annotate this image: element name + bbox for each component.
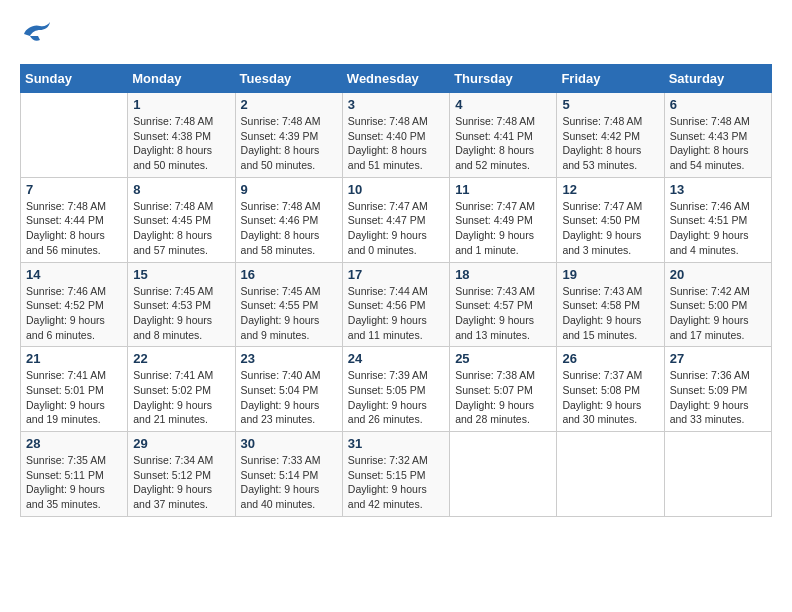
day-number: 3: [348, 97, 444, 112]
calendar-week-row: 14Sunrise: 7:46 AMSunset: 4:52 PMDayligh…: [21, 262, 772, 347]
calendar-cell: [21, 93, 128, 178]
day-number: 19: [562, 267, 658, 282]
page-header: [20, 20, 772, 48]
day-info: Sunrise: 7:44 AMSunset: 4:56 PMDaylight:…: [348, 284, 444, 343]
day-info: Sunrise: 7:34 AMSunset: 5:12 PMDaylight:…: [133, 453, 229, 512]
calendar-cell: 6Sunrise: 7:48 AMSunset: 4:43 PMDaylight…: [664, 93, 771, 178]
calendar-cell: 9Sunrise: 7:48 AMSunset: 4:46 PMDaylight…: [235, 177, 342, 262]
calendar-week-row: 1Sunrise: 7:48 AMSunset: 4:38 PMDaylight…: [21, 93, 772, 178]
calendar-cell: 13Sunrise: 7:46 AMSunset: 4:51 PMDayligh…: [664, 177, 771, 262]
day-of-week-header: Tuesday: [235, 65, 342, 93]
day-info: Sunrise: 7:41 AMSunset: 5:02 PMDaylight:…: [133, 368, 229, 427]
day-number: 18: [455, 267, 551, 282]
calendar-cell: 3Sunrise: 7:48 AMSunset: 4:40 PMDaylight…: [342, 93, 449, 178]
day-number: 6: [670, 97, 766, 112]
day-info: Sunrise: 7:38 AMSunset: 5:07 PMDaylight:…: [455, 368, 551, 427]
calendar-cell: 25Sunrise: 7:38 AMSunset: 5:07 PMDayligh…: [450, 347, 557, 432]
day-number: 26: [562, 351, 658, 366]
calendar-cell: [557, 432, 664, 517]
day-of-week-header: Sunday: [21, 65, 128, 93]
calendar-header-row: SundayMondayTuesdayWednesdayThursdayFrid…: [21, 65, 772, 93]
calendar-cell: 15Sunrise: 7:45 AMSunset: 4:53 PMDayligh…: [128, 262, 235, 347]
calendar-cell: 2Sunrise: 7:48 AMSunset: 4:39 PMDaylight…: [235, 93, 342, 178]
day-info: Sunrise: 7:37 AMSunset: 5:08 PMDaylight:…: [562, 368, 658, 427]
day-number: 10: [348, 182, 444, 197]
day-number: 24: [348, 351, 444, 366]
day-info: Sunrise: 7:46 AMSunset: 4:51 PMDaylight:…: [670, 199, 766, 258]
logo-bird-icon: [20, 20, 52, 48]
day-number: 29: [133, 436, 229, 451]
day-number: 1: [133, 97, 229, 112]
day-info: Sunrise: 7:46 AMSunset: 4:52 PMDaylight:…: [26, 284, 122, 343]
day-info: Sunrise: 7:48 AMSunset: 4:46 PMDaylight:…: [241, 199, 337, 258]
day-number: 13: [670, 182, 766, 197]
calendar-cell: [664, 432, 771, 517]
day-number: 25: [455, 351, 551, 366]
day-info: Sunrise: 7:47 AMSunset: 4:50 PMDaylight:…: [562, 199, 658, 258]
day-info: Sunrise: 7:48 AMSunset: 4:43 PMDaylight:…: [670, 114, 766, 173]
calendar-cell: 4Sunrise: 7:48 AMSunset: 4:41 PMDaylight…: [450, 93, 557, 178]
calendar-cell: 10Sunrise: 7:47 AMSunset: 4:47 PMDayligh…: [342, 177, 449, 262]
calendar-week-row: 28Sunrise: 7:35 AMSunset: 5:11 PMDayligh…: [21, 432, 772, 517]
day-number: 16: [241, 267, 337, 282]
day-info: Sunrise: 7:32 AMSunset: 5:15 PMDaylight:…: [348, 453, 444, 512]
calendar-cell: 1Sunrise: 7:48 AMSunset: 4:38 PMDaylight…: [128, 93, 235, 178]
day-info: Sunrise: 7:48 AMSunset: 4:39 PMDaylight:…: [241, 114, 337, 173]
day-info: Sunrise: 7:48 AMSunset: 4:38 PMDaylight:…: [133, 114, 229, 173]
day-info: Sunrise: 7:35 AMSunset: 5:11 PMDaylight:…: [26, 453, 122, 512]
calendar-cell: 11Sunrise: 7:47 AMSunset: 4:49 PMDayligh…: [450, 177, 557, 262]
calendar-week-row: 21Sunrise: 7:41 AMSunset: 5:01 PMDayligh…: [21, 347, 772, 432]
day-number: 8: [133, 182, 229, 197]
day-info: Sunrise: 7:45 AMSunset: 4:55 PMDaylight:…: [241, 284, 337, 343]
day-info: Sunrise: 7:43 AMSunset: 4:57 PMDaylight:…: [455, 284, 551, 343]
calendar-cell: 5Sunrise: 7:48 AMSunset: 4:42 PMDaylight…: [557, 93, 664, 178]
calendar-cell: 18Sunrise: 7:43 AMSunset: 4:57 PMDayligh…: [450, 262, 557, 347]
day-info: Sunrise: 7:39 AMSunset: 5:05 PMDaylight:…: [348, 368, 444, 427]
day-number: 27: [670, 351, 766, 366]
calendar-cell: 12Sunrise: 7:47 AMSunset: 4:50 PMDayligh…: [557, 177, 664, 262]
day-info: Sunrise: 7:48 AMSunset: 4:45 PMDaylight:…: [133, 199, 229, 258]
day-info: Sunrise: 7:40 AMSunset: 5:04 PMDaylight:…: [241, 368, 337, 427]
calendar-cell: 17Sunrise: 7:44 AMSunset: 4:56 PMDayligh…: [342, 262, 449, 347]
day-of-week-header: Monday: [128, 65, 235, 93]
day-info: Sunrise: 7:47 AMSunset: 4:49 PMDaylight:…: [455, 199, 551, 258]
day-number: 2: [241, 97, 337, 112]
calendar-cell: 28Sunrise: 7:35 AMSunset: 5:11 PMDayligh…: [21, 432, 128, 517]
day-info: Sunrise: 7:36 AMSunset: 5:09 PMDaylight:…: [670, 368, 766, 427]
day-info: Sunrise: 7:45 AMSunset: 4:53 PMDaylight:…: [133, 284, 229, 343]
day-number: 31: [348, 436, 444, 451]
day-number: 12: [562, 182, 658, 197]
calendar-cell: 27Sunrise: 7:36 AMSunset: 5:09 PMDayligh…: [664, 347, 771, 432]
day-number: 30: [241, 436, 337, 451]
day-number: 28: [26, 436, 122, 451]
calendar-cell: 7Sunrise: 7:48 AMSunset: 4:44 PMDaylight…: [21, 177, 128, 262]
calendar-cell: 21Sunrise: 7:41 AMSunset: 5:01 PMDayligh…: [21, 347, 128, 432]
calendar-cell: [450, 432, 557, 517]
calendar-cell: 24Sunrise: 7:39 AMSunset: 5:05 PMDayligh…: [342, 347, 449, 432]
calendar-cell: 8Sunrise: 7:48 AMSunset: 4:45 PMDaylight…: [128, 177, 235, 262]
calendar-cell: 31Sunrise: 7:32 AMSunset: 5:15 PMDayligh…: [342, 432, 449, 517]
calendar-cell: 16Sunrise: 7:45 AMSunset: 4:55 PMDayligh…: [235, 262, 342, 347]
calendar-cell: 19Sunrise: 7:43 AMSunset: 4:58 PMDayligh…: [557, 262, 664, 347]
calendar-table: SundayMondayTuesdayWednesdayThursdayFrid…: [20, 64, 772, 517]
day-number: 11: [455, 182, 551, 197]
day-info: Sunrise: 7:41 AMSunset: 5:01 PMDaylight:…: [26, 368, 122, 427]
day-of-week-header: Saturday: [664, 65, 771, 93]
calendar-cell: 30Sunrise: 7:33 AMSunset: 5:14 PMDayligh…: [235, 432, 342, 517]
calendar-cell: 20Sunrise: 7:42 AMSunset: 5:00 PMDayligh…: [664, 262, 771, 347]
day-info: Sunrise: 7:48 AMSunset: 4:40 PMDaylight:…: [348, 114, 444, 173]
calendar-cell: 22Sunrise: 7:41 AMSunset: 5:02 PMDayligh…: [128, 347, 235, 432]
calendar-cell: 26Sunrise: 7:37 AMSunset: 5:08 PMDayligh…: [557, 347, 664, 432]
day-number: 14: [26, 267, 122, 282]
day-info: Sunrise: 7:48 AMSunset: 4:41 PMDaylight:…: [455, 114, 551, 173]
day-number: 15: [133, 267, 229, 282]
calendar-week-row: 7Sunrise: 7:48 AMSunset: 4:44 PMDaylight…: [21, 177, 772, 262]
calendar-cell: 14Sunrise: 7:46 AMSunset: 4:52 PMDayligh…: [21, 262, 128, 347]
day-of-week-header: Wednesday: [342, 65, 449, 93]
day-number: 23: [241, 351, 337, 366]
day-number: 21: [26, 351, 122, 366]
day-info: Sunrise: 7:48 AMSunset: 4:42 PMDaylight:…: [562, 114, 658, 173]
day-number: 20: [670, 267, 766, 282]
day-info: Sunrise: 7:42 AMSunset: 5:00 PMDaylight:…: [670, 284, 766, 343]
day-info: Sunrise: 7:47 AMSunset: 4:47 PMDaylight:…: [348, 199, 444, 258]
